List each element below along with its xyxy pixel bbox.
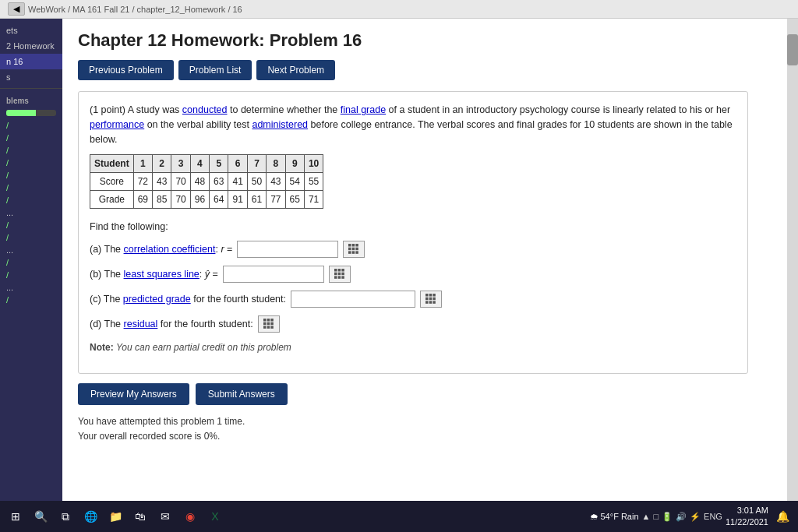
chevron-up-icon[interactable]: ▲	[642, 512, 651, 521]
grade-9: 65	[285, 191, 304, 209]
problem-desc-text: A study was conducted to determine wheth…	[90, 104, 733, 145]
svg-rect-25	[429, 301, 433, 304]
note-text: You can earn partial credit on this prob…	[116, 342, 291, 353]
check-item-8[interactable]: /	[0, 219, 62, 231]
content-area: Chapter 12 Homework: Problem 16 Previous…	[62, 19, 787, 501]
language-indicator: ENG	[704, 512, 722, 521]
back-button[interactable]: ◀	[8, 2, 25, 16]
sidebar-item-n16[interactable]: n 16	[0, 54, 62, 69]
preview-answers-button[interactable]: Preview My Answers	[78, 383, 189, 405]
score-2: 43	[153, 173, 171, 191]
grid-button-d[interactable]	[258, 315, 280, 333]
svg-rect-0	[348, 244, 351, 247]
taskview-button[interactable]: ⧉	[55, 506, 76, 527]
table-header-4: 4	[190, 155, 209, 173]
score-1: 72	[133, 173, 152, 191]
chrome-icon[interactable]: ◉	[179, 506, 201, 527]
grid-button-c[interactable]	[420, 291, 442, 308]
question-row-b: (b) The least squares line: ŷ =	[90, 266, 736, 283]
check-item-1[interactable]: /	[0, 119, 62, 132]
dots-item-2: ...	[0, 244, 62, 256]
start-button[interactable]: ⊞	[5, 506, 26, 527]
svg-rect-24	[425, 301, 429, 304]
note-section: Note: You can earn partial credit on thi…	[90, 340, 736, 354]
scrollbar[interactable]	[787, 19, 798, 501]
sidebar-item-s[interactable]: s	[0, 69, 62, 85]
sound-icon[interactable]: 🔊	[676, 512, 687, 522]
content-inner: Chapter 12 Homework: Problem 16 Previous…	[62, 19, 764, 456]
check-item-6[interactable]: /	[0, 181, 62, 194]
check-item-11[interactable]: /	[0, 269, 62, 281]
main-container: ets 2 Homework n 16 s blems / / / / / / …	[0, 19, 798, 501]
score-4: 48	[190, 173, 209, 191]
table-header-student: Student	[90, 155, 134, 173]
label-a: (a) The correlation coefficient: r =	[90, 242, 232, 257]
grid-button-b[interactable]	[329, 266, 351, 283]
previous-problem-button[interactable]: Previous Problem	[78, 60, 174, 80]
score-9: 54	[285, 173, 304, 191]
check-item-2[interactable]: /	[0, 132, 62, 144]
svg-rect-29	[270, 319, 274, 322]
input-least-squares[interactable]	[223, 266, 324, 283]
sidebar-item-ets[interactable]: ets	[0, 23, 62, 38]
check-item-7[interactable]: /	[0, 194, 62, 206]
wifi-icon[interactable]: ⚡	[690, 512, 701, 522]
svg-rect-11	[341, 269, 344, 272]
svg-rect-32	[270, 322, 274, 326]
label-b: (b) The least squares line: ŷ =	[90, 267, 218, 282]
input-correlation[interactable]	[237, 241, 338, 258]
scrollbar-thumb[interactable]	[787, 34, 798, 65]
svg-rect-7	[352, 251, 355, 254]
question-row-d: (d) The residual for the fourth student:	[90, 315, 736, 333]
excel-icon[interactable]: X	[204, 506, 226, 527]
svg-rect-14	[341, 273, 344, 276]
svg-rect-3	[348, 248, 351, 251]
sidebar-item-homework[interactable]: 2 Homework	[0, 38, 62, 54]
grade-10: 71	[304, 191, 323, 209]
dots-item-1: ...	[0, 206, 62, 219]
store-icon[interactable]: 🛍	[129, 506, 151, 527]
battery-icon[interactable]: 🔋	[662, 512, 673, 522]
svg-rect-22	[429, 298, 433, 301]
weather-text: 54°F Rain	[601, 512, 639, 521]
question-row-a: (a) The correlation coefficient: r =	[90, 241, 736, 258]
svg-rect-8	[356, 251, 359, 254]
table-header-3: 3	[171, 155, 190, 173]
svg-rect-23	[433, 298, 436, 301]
grid-button-a[interactable]	[343, 241, 365, 258]
svg-rect-28	[267, 319, 270, 322]
check-item-4[interactable]: /	[0, 157, 62, 169]
grade-2: 85	[153, 191, 171, 209]
search-button[interactable]: 🔍	[30, 506, 51, 527]
label-c: (c) The predicted grade for the fourth s…	[90, 292, 286, 307]
input-predicted-grade[interactable]	[291, 291, 415, 308]
check-item-12[interactable]: /	[0, 294, 62, 306]
sidebar: ets 2 Homework n 16 s blems / / / / / / …	[0, 19, 62, 501]
submit-answers-button[interactable]: Submit Answers	[196, 383, 288, 405]
svg-rect-1	[352, 244, 355, 247]
problem-description: (1 point) A study was conducted to deter…	[90, 103, 736, 146]
score-row: Score 72 43 70 48 63 41 50 43 54 55	[90, 173, 323, 191]
network-icon[interactable]: □	[653, 512, 659, 521]
svg-rect-20	[433, 294, 436, 297]
svg-rect-35	[270, 326, 274, 329]
svg-rect-15	[334, 276, 337, 279]
check-item-9[interactable]: /	[0, 231, 62, 244]
next-problem-button[interactable]: Next Problem	[256, 60, 335, 80]
sys-icons: ▲ □ 🔋 🔊 ⚡ ENG	[642, 512, 722, 522]
problem-list-button[interactable]: Problem List	[178, 60, 252, 80]
attempt-line2: Your overall recorded score is 0%.	[78, 429, 748, 444]
check-item-10[interactable]: /	[0, 256, 62, 269]
grade-label: Grade	[90, 191, 134, 209]
mail-icon[interactable]: ✉	[154, 506, 176, 527]
data-table: Student 1 2 3 4 5 6 7 8 9 10 Score	[90, 154, 323, 209]
explorer-icon[interactable]: 📁	[104, 506, 126, 527]
check-item-5[interactable]: /	[0, 169, 62, 181]
notification-icon[interactable]: 🔔	[772, 506, 793, 527]
check-item-3[interactable]: /	[0, 144, 62, 157]
edge-icon[interactable]: 🌐	[79, 506, 101, 527]
table-header-10: 10	[304, 155, 323, 173]
problems-label: blems	[0, 92, 62, 107]
find-label: Find the following:	[90, 220, 736, 234]
grade-8: 77	[267, 191, 285, 209]
